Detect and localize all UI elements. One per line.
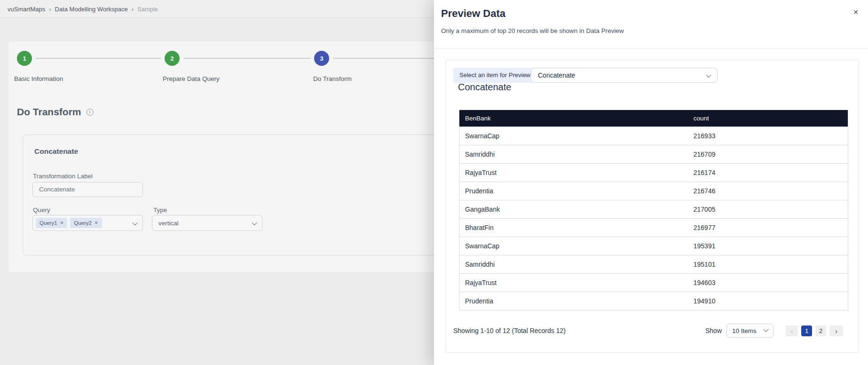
stepper-connector: [333, 58, 441, 59]
records-summary: Showing 1-10 of 12 (Total Records 12): [453, 327, 566, 334]
column-header-benbank: BenBank: [459, 110, 688, 127]
panel-header: Preview Data Only a maximum of top 20 re…: [434, 0, 868, 49]
table-row: Prudentia194910: [459, 292, 848, 310]
chevron-right-icon: ›: [132, 6, 134, 13]
chevron-down-icon: [252, 220, 257, 225]
cell-benbank: BharatFin: [459, 219, 688, 237]
stepper-step-1[interactable]: 1: [17, 51, 32, 66]
preview-card: Select an item for Preview Concatenate C…: [446, 60, 859, 353]
type-label: Type: [153, 206, 167, 214]
chip-label: Query1: [39, 220, 57, 226]
close-icon[interactable]: ✕: [853, 8, 859, 16]
chevron-down-icon: [132, 220, 137, 225]
preview-item-select[interactable]: Concatenate: [531, 68, 718, 83]
previous-page-button[interactable]: ‹: [786, 325, 798, 336]
transformation-label-input[interactable]: Concatenate: [32, 182, 143, 197]
page-title: Do Transform i: [17, 106, 94, 118]
cell-count: 216746: [688, 182, 848, 200]
cell-count: 216709: [688, 145, 848, 164]
info-icon[interactable]: i: [87, 109, 94, 116]
transformation-label-label: Transformation Label: [33, 173, 93, 180]
step-label-basic-information: Basic Information: [14, 75, 63, 82]
table-row: Prudentia216746: [459, 182, 848, 200]
breadcrumb-item-sample: Sample: [137, 6, 158, 13]
cell-benbank: Samriddhi: [459, 145, 688, 164]
table-row: BharatFin216977: [459, 219, 848, 237]
cell-count: 216174: [688, 164, 848, 182]
chevron-down-icon: [763, 327, 768, 332]
cell-benbank: RajyaTrust: [459, 274, 688, 292]
breadcrumb-item-vusmartmaps[interactable]: vuSmartMaps: [8, 6, 45, 13]
cell-benbank: RajyaTrust: [459, 164, 688, 182]
chip-label: Query2: [74, 220, 92, 226]
breadcrumb: vuSmartMaps › Data Modelling Workspace ›…: [8, 0, 158, 18]
pagination: ‹ 1 2 ›: [786, 325, 843, 336]
cell-count: 195101: [688, 255, 848, 274]
step-label-do-transform: Do Transform: [313, 75, 352, 82]
stepper-connector: [36, 58, 161, 59]
query-multiselect[interactable]: Query1 ✕ Query2 ✕: [32, 215, 143, 231]
table-row: RajyaTrust216174: [459, 164, 848, 182]
step-number: 2: [170, 55, 174, 62]
select-item-label: Select an item for Preview: [453, 68, 537, 83]
preview-section-title: Concatenate: [458, 82, 511, 93]
table-footer: Showing 1-10 of 12 (Total Records 12) Sh…: [446, 320, 859, 341]
preview-item-select-value: Concatenate: [538, 71, 575, 79]
remove-chip-icon[interactable]: ✕: [95, 221, 98, 225]
query-label: Query: [33, 206, 50, 214]
query-chip: Query1 ✕: [36, 218, 67, 228]
cell-benbank: Prudentia: [459, 182, 688, 200]
step-number: 3: [320, 55, 323, 62]
table-row: RajyaTrust194603: [459, 274, 848, 292]
table-row: SwarnaCap216933: [459, 127, 848, 145]
cell-count: 195391: [688, 237, 848, 255]
cell-count: 194910: [688, 292, 848, 310]
chevron-down-icon: [706, 72, 711, 78]
stepper-step-2[interactable]: 2: [165, 51, 180, 66]
cell-benbank: Samriddhi: [459, 255, 688, 274]
step-label-prepare-data-query: Prepare Data Query: [163, 75, 220, 82]
stepper-connector: [183, 58, 310, 59]
preview-table: BenBank count SwarnaCap216933 Samriddhi2…: [459, 110, 848, 310]
page-size-value: 10 Items: [732, 327, 757, 334]
step-number: 1: [23, 55, 26, 62]
cell-count: 216977: [688, 219, 848, 237]
panel-subtitle: Only a maximum of top 20 records will be…: [441, 27, 624, 34]
column-header-count: count: [688, 110, 848, 127]
table-header-row: BenBank count: [459, 110, 848, 127]
cell-benbank: SwarnaCap: [459, 237, 688, 255]
cell-benbank: Prudentia: [459, 292, 688, 310]
stepper-step-3[interactable]: 3: [314, 51, 329, 66]
show-label: Show: [705, 327, 722, 334]
cell-benbank: SwarnaCap: [459, 127, 688, 145]
do-transform-heading: Do Transform: [17, 106, 81, 118]
breadcrumb-item-data-modelling-workspace[interactable]: Data Modelling Workspace: [55, 6, 128, 13]
cell-count: 217005: [688, 200, 848, 219]
cell-count: 194603: [688, 274, 848, 292]
remove-chip-icon[interactable]: ✕: [60, 221, 64, 225]
panel-title: Preview Data: [441, 8, 505, 20]
table-row: Samriddhi195101: [459, 255, 848, 274]
chevron-right-icon: ›: [49, 6, 51, 13]
table-row: SwarnaCap195391: [459, 237, 848, 255]
type-select-value: vertical: [158, 220, 179, 227]
preview-data-panel: Preview Data Only a maximum of top 20 re…: [434, 0, 868, 365]
query-chip: Query2 ✕: [70, 218, 102, 228]
cell-count: 216933: [688, 127, 848, 145]
page-size-select[interactable]: 10 Items: [726, 324, 773, 338]
page-button-2[interactable]: 2: [815, 325, 826, 336]
next-page-button[interactable]: ›: [829, 325, 843, 336]
page-button-1[interactable]: 1: [801, 325, 812, 336]
table-row: Samriddhi216709: [459, 145, 848, 164]
type-select[interactable]: vertical: [152, 215, 262, 231]
form-card-title: Concatenate: [34, 147, 78, 156]
cell-benbank: GangaBank: [459, 200, 688, 219]
table-row: GangaBank217005: [459, 200, 848, 219]
